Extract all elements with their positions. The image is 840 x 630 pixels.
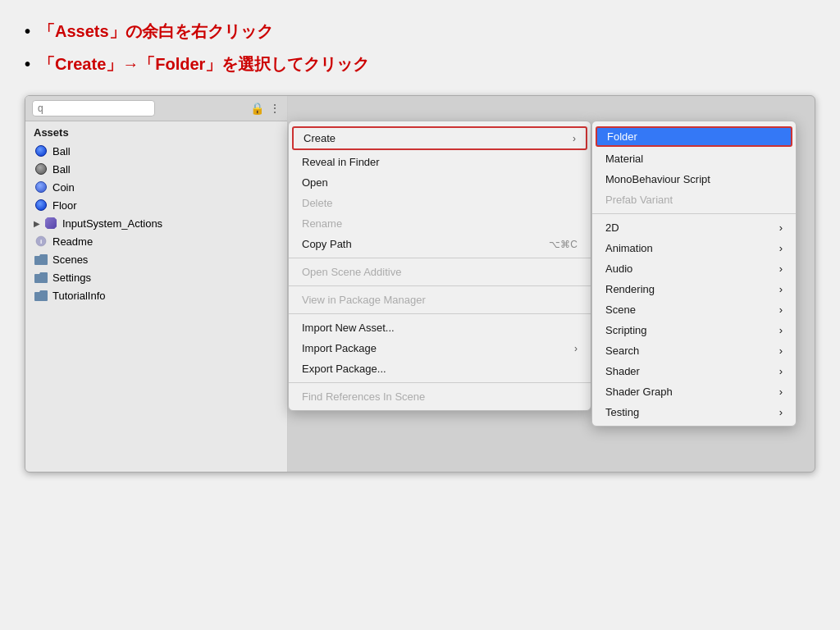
list-item[interactable]: Ball [25, 142, 287, 160]
asset-list: Ball Ball Coin Floor ▶ InputSystem_Actio [25, 140, 287, 306]
submenu-item-label: Rendering [605, 283, 655, 295]
submenu-arrow-icon: › [779, 283, 783, 295]
submenu: Folder Material MonoBehaviour Script Pre… [591, 121, 797, 427]
menu-item-label: Import New Asset... [302, 322, 395, 334]
assets-title: Assets [25, 121, 287, 140]
submenu-arrow-icon: › [779, 221, 783, 234]
submenu-item-label: Prefab Variant [605, 194, 673, 206]
list-item[interactable]: Scenes [25, 250, 287, 268]
menu-item-import-new[interactable]: Import New Asset... [289, 317, 591, 338]
submenu-item-audio[interactable]: Audio › [592, 258, 796, 279]
list-item[interactable]: Ball [25, 160, 287, 178]
menu-item-copy-path[interactable]: Copy Path ⌥⌘C [289, 234, 591, 254]
menu-separator [289, 258, 591, 258]
asset-label: Ball [52, 163, 71, 176]
submenu-item-2d[interactable]: 2D › [592, 217, 796, 238]
assets-panel: 🔒 ⋮ Assets Ball Ball Coin [25, 96, 288, 472]
submenu-item-shader[interactable]: Shader › [592, 361, 796, 381]
submenu-arrow-icon: › [574, 343, 578, 354]
instruction-line2: • 「Create」→「Folder」を選択してクリック [25, 49, 815, 79]
instruction-line1: • 「Assets」の余白を右クリック [25, 16, 815, 46]
submenu-item-label: MonoBehaviour Script [605, 173, 710, 185]
menu-separator [289, 285, 591, 286]
submenu-item-label: Shader [605, 365, 640, 377]
submenu-item-label: Scripting [605, 324, 647, 336]
asset-label: Floor [52, 199, 77, 212]
menu-item-label: Delete [302, 197, 333, 209]
submenu-item-label: Audio [605, 262, 632, 275]
menu-item-reveal[interactable]: Reveal in Finder [289, 152, 591, 172]
menu-item-create[interactable]: Create › [292, 126, 587, 150]
menu-separator [289, 382, 591, 383]
submenu-item-label: Testing [605, 406, 639, 418]
menu-item-find-refs: Find References In Scene [289, 386, 591, 407]
asset-label: Scenes [52, 253, 88, 266]
menu-item-label: Create [304, 132, 336, 144]
asset-label: TutorialInfo [52, 290, 106, 302]
submenu-item-testing[interactable]: Testing › [592, 402, 796, 422]
menu-item-view-package: View in Package Manager [289, 290, 591, 310]
submenu-item-rendering[interactable]: Rendering › [592, 279, 796, 299]
submenu-arrow-icon: › [779, 365, 783, 377]
ball-blue-icon [34, 144, 48, 158]
menu-item-import-package[interactable]: Import Package › [289, 338, 591, 358]
list-item[interactable]: Coin [25, 178, 287, 196]
submenu-item-label: Animation [605, 242, 653, 254]
list-item[interactable]: i Readme [25, 232, 287, 250]
submenu-item-shader-graph[interactable]: Shader Graph › [592, 381, 796, 402]
submenu-arrow-icon: › [779, 324, 783, 336]
asset-label: Readme [52, 235, 93, 248]
context-menu: Create › Reveal in Finder Open Delete Re… [288, 121, 591, 411]
menu-separator [289, 313, 591, 314]
screenshot-container: 🔒 ⋮ Assets Ball Ball Coin [25, 95, 815, 472]
menu-item-export-package[interactable]: Export Package... [289, 358, 591, 379]
submenu-item-material[interactable]: Material [592, 148, 796, 169]
readme-icon: i [34, 234, 48, 249]
submenu-item-folder[interactable]: Folder [596, 126, 792, 147]
list-item[interactable]: Floor [25, 196, 287, 214]
coin-icon [34, 180, 48, 194]
list-item[interactable]: TutorialInfo [25, 286, 287, 304]
expand-arrow-icon: ▶ [34, 219, 42, 228]
search-input[interactable] [32, 100, 155, 116]
instructions: • 「Assets」の余白を右クリック • 「Create」→「Folder」を… [25, 16, 815, 79]
asset-label: Coin [52, 181, 75, 194]
submenu-item-animation[interactable]: Animation › [592, 238, 796, 258]
menu-item-open[interactable]: Open [289, 172, 591, 193]
input-icon [43, 216, 58, 231]
submenu-arrow-icon: › [779, 242, 783, 254]
menu-item-label: Import Package [302, 342, 377, 354]
asset-label: InputSystem_Actions [62, 217, 162, 230]
submenu-item-monobehaviour[interactable]: MonoBehaviour Script [592, 169, 796, 189]
submenu-arrow-icon: › [779, 345, 783, 357]
submenu-item-label: Shader Graph [605, 386, 673, 398]
ball-gray-icon [34, 162, 48, 176]
submenu-arrow-icon: › [779, 262, 783, 275]
menu-item-delete: Delete [289, 193, 591, 213]
svg-text:i: i [40, 238, 42, 245]
lock-icon: 🔒 [250, 102, 264, 115]
submenu-separator [592, 213, 796, 214]
submenu-item-scripting[interactable]: Scripting › [592, 320, 796, 340]
toolbar-icons: 🔒 ⋮ [250, 102, 281, 115]
asset-label: Ball [52, 145, 71, 158]
submenu-item-scene[interactable]: Scene › [592, 299, 796, 320]
submenu-item-label: 2D [605, 221, 619, 234]
assets-toolbar: 🔒 ⋮ [25, 96, 287, 121]
list-item[interactable]: Settings [25, 268, 287, 286]
menu-item-rename: Rename [289, 213, 591, 234]
menu-item-label: Rename [302, 217, 342, 230]
folder-icon [34, 252, 48, 267]
list-item[interactable]: ▶ InputSystem_Actions [25, 214, 287, 232]
menu-item-label: Open [302, 176, 328, 189]
floor-icon [34, 198, 48, 212]
menu-icon: ⋮ [269, 102, 281, 115]
folder-icon [34, 288, 48, 303]
submenu-arrow-icon: › [573, 133, 576, 144]
asset-label: Settings [52, 272, 91, 284]
submenu-item-label: Material [605, 153, 643, 165]
submenu-item-search[interactable]: Search › [592, 340, 796, 361]
menu-item-label: Reveal in Finder [302, 156, 380, 168]
submenu-item-label: Scene [605, 304, 636, 316]
menu-item-label: View in Package Manager [302, 294, 426, 306]
